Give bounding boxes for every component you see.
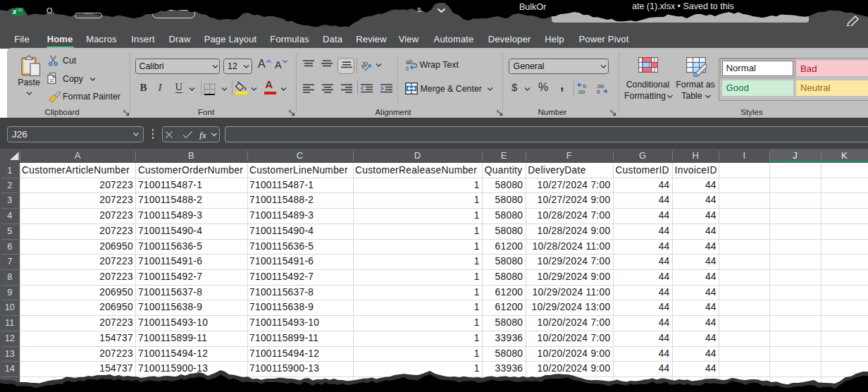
svg-text:c: c (406, 65, 409, 71)
svg-text:.00: .00 (577, 89, 585, 94)
svg-text:ab: ab (359, 59, 370, 70)
svg-text:0: 0 (597, 89, 600, 94)
svg-text:fx: fx (199, 130, 206, 140)
